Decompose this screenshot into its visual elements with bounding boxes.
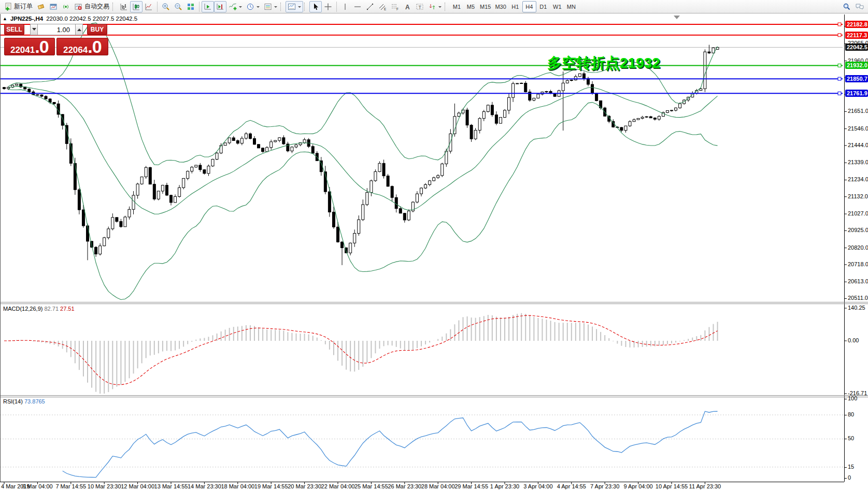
signals-button[interactable] — [60, 1, 72, 12]
arrows-icon — [428, 3, 436, 11]
one-click-trading-panel: SELL BUY 22041.0 22064.0 — [4, 24, 108, 55]
horizontal-line-tool-button[interactable] — [351, 1, 364, 12]
search-icon — [843, 3, 851, 11]
open-chart-button[interactable] — [47, 1, 60, 12]
indicator-windows-icon — [288, 3, 296, 11]
trade-panel-collapse-arrow[interactable]: ▲ — [3, 16, 7, 21]
timeframe-h4-button[interactable]: H4 — [522, 1, 536, 12]
periods-button[interactable] — [244, 1, 262, 12]
templates-button[interactable] — [262, 1, 279, 12]
bar-chart-mode-button[interactable] — [118, 1, 130, 12]
volume-increase-button[interactable] — [75, 24, 83, 35]
indicator-windows-button[interactable] — [286, 1, 303, 12]
toolbar-separator — [157, 2, 158, 12]
tile-windows-icon — [187, 3, 195, 11]
rsi-label: RSI(14) 73.8765 — [3, 398, 45, 405]
timeframe-mn-button[interactable]: MN — [564, 1, 578, 12]
svg-text:E: E — [384, 7, 387, 11]
chart-shift-icon — [216, 3, 224, 11]
volume-input[interactable] — [38, 24, 75, 35]
vertical-line-icon — [341, 3, 349, 11]
timeframe-m1-button[interactable]: M1 — [450, 1, 464, 12]
svg-text:F: F — [396, 7, 399, 11]
chevron-down-icon — [298, 6, 301, 9]
new-order-button[interactable]: 新订单 — [2, 1, 35, 12]
toolbar-grip — [112, 3, 116, 11]
styler-button[interactable] — [35, 1, 47, 12]
tile-windows-button[interactable] — [184, 1, 197, 12]
trendline-tool-button[interactable] — [364, 1, 376, 12]
add-indicator-button[interactable] — [226, 1, 244, 12]
buy-price-fraction: .0 — [88, 38, 101, 55]
timeframe-w1-button[interactable]: W1 — [550, 1, 564, 12]
text-label-tool-button[interactable]: T — [414, 1, 426, 12]
auto-scroll-icon — [204, 3, 212, 11]
fibonacci-icon: F — [391, 3, 399, 11]
channel-tool-button[interactable]: E — [376, 1, 389, 12]
text-icon: A — [403, 3, 411, 11]
cursor-icon — [311, 3, 320, 11]
timeframe-m5-button[interactable]: M5 — [464, 1, 478, 12]
crosshair-tool-button[interactable] — [322, 1, 334, 12]
cursor-tool-button[interactable] — [309, 1, 322, 12]
chevron-down-icon — [274, 6, 277, 9]
search-button[interactable] — [841, 1, 853, 12]
eraser-icon — [37, 3, 45, 11]
autotrading-icon — [74, 3, 82, 11]
zoom-out-button[interactable] — [172, 1, 184, 12]
triangle-up-icon — [77, 26, 81, 31]
chart-window-icon — [49, 3, 58, 11]
sell-price-display[interactable]: 22041.0 — [4, 38, 55, 55]
macd-label: MACD(12,26,9) 82.71 27.51 — [3, 306, 75, 312]
zoom-in-button[interactable] — [160, 1, 172, 12]
chevron-down-icon — [239, 6, 242, 9]
zoom-in-icon — [162, 3, 170, 11]
candlestick-mode-button[interactable] — [130, 1, 143, 12]
horizontal-line-icon — [353, 3, 362, 11]
ohlc-values: 22030.0 22042.5 22027.5 22042.5 — [46, 16, 137, 22]
fibonacci-tool-button[interactable]: F — [389, 1, 401, 12]
buy-price-main: 22064 — [63, 42, 88, 59]
crosshair-icon — [324, 3, 332, 11]
timeframe-d1-button[interactable]: D1 — [536, 1, 550, 12]
chat-icon — [855, 3, 864, 11]
sell-price-main: 22041 — [10, 42, 35, 59]
sell-price-fraction: .0 — [35, 38, 48, 55]
text-label-icon: T — [416, 3, 424, 11]
chart-window[interactable]: 22170.022065.021960.021858.021756.021651… — [0, 14, 868, 491]
chart-ohlc-readout: ▲ JPN225-,H4 22030.0 22042.5 22027.5 220… — [3, 16, 137, 22]
text-tool-button[interactable]: A — [401, 1, 414, 12]
chart-canvas[interactable] — [0, 14, 868, 491]
channel-icon: E — [378, 3, 387, 11]
timeframe-m30-button[interactable]: M30 — [493, 1, 508, 12]
buy-price-display[interactable]: 22064.0 — [56, 38, 108, 55]
auto-scroll-button[interactable] — [202, 1, 214, 12]
toolbar-grip — [280, 3, 283, 11]
pivot-annotation-text[interactable]: 多空转折点21932 — [547, 53, 660, 73]
chart-border — [0, 14, 1, 482]
line-chart-mode-button[interactable] — [143, 1, 155, 12]
timeframe-h1-button[interactable]: H1 — [508, 1, 522, 12]
zoom-out-icon — [174, 3, 182, 11]
chart-shift-button[interactable] — [214, 1, 226, 12]
add-indicator-icon — [229, 3, 237, 11]
toolbar-separator — [336, 2, 337, 12]
sell-button[interactable]: SELL — [4, 24, 24, 35]
new-order-label: 新订单 — [14, 2, 33, 11]
new-order-icon — [4, 3, 12, 11]
trendline-icon — [366, 3, 374, 11]
autotrading-button[interactable]: 自动交易 — [72, 1, 111, 12]
volume-decrease-button[interactable] — [30, 24, 38, 35]
toolbar-grip — [445, 3, 448, 11]
clock-icon — [246, 3, 254, 11]
vertical-line-tool-button[interactable] — [339, 1, 351, 12]
chat-button[interactable] — [853, 1, 866, 12]
buy-button[interactable]: BUY — [87, 24, 107, 35]
timeframe-m15-button[interactable]: M15 — [478, 1, 493, 12]
arrows-tool-button[interactable] — [426, 1, 444, 12]
triangle-down-icon — [32, 28, 36, 33]
signal-icon — [62, 3, 70, 11]
svg-text:A: A — [405, 3, 410, 10]
candlestick-mode-icon — [132, 3, 140, 11]
toolbar: 新订单 自动交易 — [0, 0, 868, 13]
